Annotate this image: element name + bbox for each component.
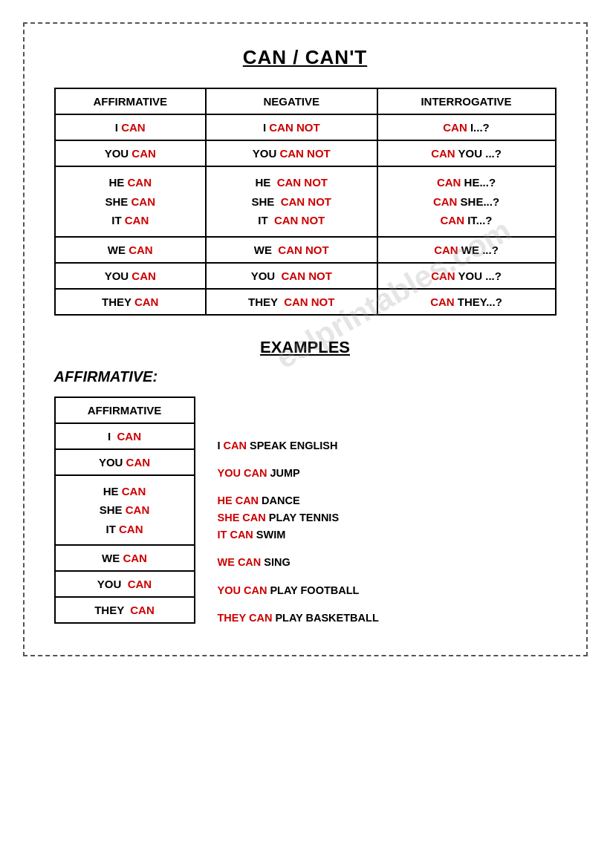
- cell-neg-you: YOU CAN NOT: [206, 140, 377, 166]
- small-affirmative-table: AFFIRMATIVE I CAN YOU CAN HE CAN SHE CAN…: [54, 397, 195, 624]
- page-title: CAN / CAN'T: [54, 46, 557, 69]
- example-group-they: THEY CAN PLAY BASKETBALL: [218, 610, 557, 627]
- examples-section: AFFIRMATIVE I CAN YOU CAN HE CAN SHE CAN…: [54, 397, 557, 633]
- example-you2: YOU CAN PLAY FOOTBALL: [218, 582, 557, 599]
- table-row: YOU CAN: [55, 571, 195, 597]
- example-i: I CAN SPEAK ENGLISH: [218, 437, 557, 454]
- table-row: YOU CAN YOU CAN NOT CAN YOU ...?: [55, 140, 556, 166]
- table-row: YOU CAN YOU CAN NOT CAN YOU ...?: [55, 263, 556, 289]
- col-header-negative: NEGATIVE: [206, 88, 377, 114]
- small-cell-you2: YOU CAN: [55, 571, 195, 597]
- table-row: WE CAN WE CAN NOT CAN WE ...?: [55, 237, 556, 263]
- small-cell-we: WE CAN: [55, 545, 195, 571]
- example-group-i: I CAN SPEAK ENGLISH: [218, 437, 557, 454]
- cell-neg-they: THEY CAN NOT: [206, 289, 377, 315]
- cell-aff-they: THEY CAN: [55, 289, 207, 315]
- small-table-header: AFFIRMATIVE: [55, 397, 195, 423]
- examples-title: EXAMPLES: [54, 338, 557, 357]
- cell-neg-i: I CAN NOT: [206, 114, 377, 140]
- cell-aff-i: I CAN: [55, 114, 207, 140]
- cell-neg-you2: YOU CAN NOT: [206, 263, 377, 289]
- cell-neg-hesheit: HE CAN NOT SHE CAN NOT IT CAN NOT: [206, 166, 377, 237]
- example-they: THEY CAN PLAY BASKETBALL: [218, 610, 557, 627]
- example-group-we: WE CAN SING: [218, 554, 557, 571]
- table-row: HE CAN SHE CAN IT CAN HE CAN NOT SHE CAN…: [55, 166, 556, 237]
- affirmative-section-label: AFFIRMATIVE:: [54, 368, 557, 385]
- cell-int-i: CAN I...?: [377, 114, 556, 140]
- page-container: eslprintables.com CAN / CAN'T AFFIRMATIV…: [23, 22, 588, 656]
- cell-int-they: CAN THEY...?: [377, 289, 556, 315]
- example-it: IT CAN SWIM: [218, 526, 557, 544]
- cell-aff-you2: YOU CAN: [55, 263, 207, 289]
- examples-list: I CAN SPEAK ENGLISH YOU CAN JUMP HE CAN …: [218, 397, 557, 633]
- cell-neg-we: WE CAN NOT: [206, 237, 377, 263]
- table-row: I CAN: [55, 423, 195, 449]
- col-header-affirmative: AFFIRMATIVE: [55, 88, 207, 114]
- example-group-you: YOU CAN JUMP: [218, 465, 557, 482]
- small-cell-i: I CAN: [55, 423, 195, 449]
- table-row: YOU CAN: [55, 449, 195, 475]
- cell-int-we: CAN WE ...?: [377, 237, 556, 263]
- table-row: HE CAN SHE CAN IT CAN: [55, 475, 195, 546]
- example-he: HE CAN DANCE: [218, 492, 557, 509]
- small-cell-they: THEY CAN: [55, 597, 195, 623]
- cell-int-hesheit: CAN HE...? CAN SHE...? CAN IT...?: [377, 166, 556, 237]
- example-group-hesheit: HE CAN DANCE SHE CAN PLAY TENNIS IT CAN …: [218, 492, 557, 544]
- example-group-you2: YOU CAN PLAY FOOTBALL: [218, 582, 557, 599]
- example-we: WE CAN SING: [218, 554, 557, 571]
- table-row: THEY CAN: [55, 597, 195, 623]
- conjugation-table: AFFIRMATIVE NEGATIVE INTERROGATIVE I CAN…: [54, 88, 557, 316]
- cell-aff-hesheit: HE CAN SHE CAN IT CAN: [55, 166, 207, 237]
- small-cell-you: YOU CAN: [55, 449, 195, 475]
- cell-aff-we: WE CAN: [55, 237, 207, 263]
- table-row: I CAN I CAN NOT CAN I...?: [55, 114, 556, 140]
- table-row: THEY CAN THEY CAN NOT CAN THEY...?: [55, 289, 556, 315]
- cell-aff-you: YOU CAN: [55, 140, 207, 166]
- table-row: WE CAN: [55, 545, 195, 571]
- example-you: YOU CAN JUMP: [218, 465, 557, 482]
- example-she: SHE CAN PLAY TENNIS: [218, 509, 557, 526]
- small-cell-hesheit: HE CAN SHE CAN IT CAN: [55, 475, 195, 546]
- col-header-interrogative: INTERROGATIVE: [377, 88, 556, 114]
- cell-int-you2: CAN YOU ...?: [377, 263, 556, 289]
- cell-int-you: CAN YOU ...?: [377, 140, 556, 166]
